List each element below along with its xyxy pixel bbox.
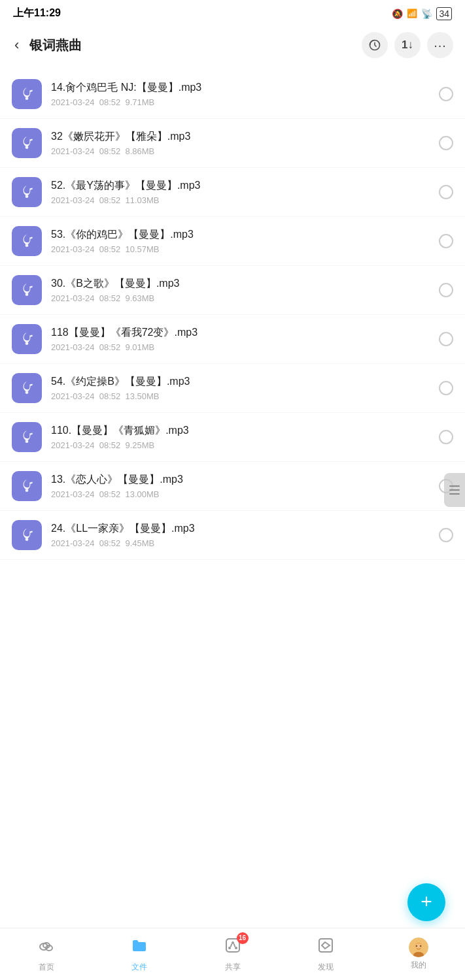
file-icon [12,79,42,109]
file-meta: 2021-03-24 08:52 10.57MB [51,244,432,254]
file-info: 24.《LL一家亲》【曼曼】.mp3 2021-03-24 08:52 9.45… [51,522,432,549]
back-button[interactable]: ‹ [12,34,22,56]
audio-file-icon [18,135,35,152]
file-name: 118【曼曼】《看我72变》.mp3 [51,326,432,340]
file-name: 30.《B之歌》【曼曼】.mp3 [51,277,432,291]
file-select-circle[interactable] [439,87,453,101]
svg-line-29 [233,943,235,947]
file-info: 14.肏个鸡巴毛 NJ:【曼曼】.mp3 2021-03-24 08:52 9.… [51,81,432,108]
file-item[interactable]: 30.《B之歌》【曼曼】.mp3 2021-03-24 08:52 9.63MB [0,266,465,315]
share-badge: 16 [237,932,249,944]
nav-item-home[interactable]: 首页 [0,936,93,973]
file-name: 13.《恋人心》【曼曼】.mp3 [51,473,432,487]
file-select-circle[interactable] [439,381,453,395]
file-icon [12,422,42,452]
svg-rect-12 [26,342,28,344]
file-info: 54.《约定操B》【曼曼】.mp3 2021-03-24 08:52 13.50… [51,375,432,402]
drag-handle[interactable] [444,473,465,507]
file-select-circle[interactable] [439,430,453,444]
file-item[interactable]: 32《嫩屄花开》【雅朵】.mp3 2021-03-24 08:52 8.86MB [0,119,465,168]
file-select-circle[interactable] [439,528,453,542]
status-bar: 上午11:29 🔕 📶 📡 34 [0,0,465,25]
file-icon [12,226,42,256]
file-name: 110.【曼曼】《青狐媚》.mp3 [51,424,432,438]
file-select-circle[interactable] [439,234,453,248]
audio-file-icon [18,331,35,348]
file-meta: 2021-03-24 08:52 13.00MB [51,489,432,499]
file-info: 118【曼曼】《看我72变》.mp3 2021-03-24 08:52 9.01… [51,326,432,353]
svg-rect-8 [26,244,28,246]
file-select-circle[interactable] [439,136,453,150]
file-meta: 2021-03-24 08:52 8.86MB [51,146,432,156]
file-icon [12,373,42,403]
svg-rect-18 [26,489,28,491]
battery-icon: 34 [436,7,452,20]
file-item[interactable]: 53.《你的鸡巴》【曼曼】.mp3 2021-03-24 08:52 10.57… [0,217,465,266]
svg-rect-19 [25,536,29,538]
history-icon [368,39,381,52]
audio-file-icon [18,86,35,103]
svg-rect-17 [25,487,29,489]
svg-point-27 [235,947,237,949]
files-icon [130,936,148,959]
sort-button[interactable]: 1↓ [394,32,421,58]
nav-label-mine: 我的 [411,960,426,971]
history-button[interactable] [362,32,388,58]
svg-rect-5 [25,193,29,195]
file-select-circle[interactable] [439,332,453,346]
file-name: 53.《你的鸡巴》【曼曼】.mp3 [51,228,432,242]
svg-rect-16 [26,440,28,442]
file-name: 52.《最Y荡的事》【曼曼】.mp3 [51,179,432,193]
audio-file-icon [18,233,35,250]
file-icon [12,177,42,207]
add-icon: + [421,892,432,911]
svg-rect-2 [26,97,28,99]
file-select-circle[interactable] [439,185,453,199]
add-fab-button[interactable]: + [407,883,445,921]
nav-label-home: 首页 [39,962,54,973]
file-item[interactable]: 118【曼曼】《看我72变》.mp3 2021-03-24 08:52 9.01… [0,315,465,364]
file-item[interactable]: 14.肏个鸡巴毛 NJ:【曼曼】.mp3 2021-03-24 08:52 9.… [0,70,465,119]
header-actions: 1↓ ··· [362,32,453,58]
file-name: 54.《约定操B》【曼曼】.mp3 [51,375,432,389]
svg-rect-9 [25,291,29,293]
file-item[interactable]: 24.《LL一家亲》【曼曼】.mp3 2021-03-24 08:52 9.45… [0,511,465,560]
status-icons: 🔕 📶 📡 34 [392,7,452,20]
file-info: 52.《最Y荡的事》【曼曼】.mp3 2021-03-24 08:52 11.0… [51,179,432,206]
bottom-nav: 首页 文件 16 共享 [0,928,465,980]
avatar [409,938,428,957]
file-info: 110.【曼曼】《青狐媚》.mp3 2021-03-24 08:52 9.25M… [51,424,432,451]
svg-rect-10 [26,293,28,295]
file-info: 13.《恋人心》【曼曼】.mp3 2021-03-24 08:52 13.00M… [51,473,432,500]
nav-label-discover: 发现 [318,962,334,973]
svg-rect-7 [25,242,29,244]
nav-item-discover[interactable]: 发现 [279,936,372,973]
file-item[interactable]: 13.《恋人心》【曼曼】.mp3 2021-03-24 08:52 13.00M… [0,462,465,511]
status-time: 上午11:29 [13,7,61,20]
file-name: 32《嫩屄花开》【雅朵】.mp3 [51,130,432,144]
file-meta: 2021-03-24 08:52 11.03MB [51,195,432,205]
drag-line-2 [449,489,460,491]
audio-file-icon [18,380,35,397]
more-button[interactable]: ··· [427,32,453,58]
file-item[interactable]: 52.《最Y荡的事》【曼曼】.mp3 2021-03-24 08:52 11.0… [0,168,465,217]
svg-rect-20 [26,538,28,540]
home-icon [37,936,56,959]
nav-item-files[interactable]: 文件 [93,936,186,973]
svg-rect-6 [26,195,28,197]
nav-item-share[interactable]: 16 共享 [186,936,279,973]
audio-file-icon [18,478,35,495]
battery-level: 34 [439,8,449,19]
drag-line-3 [449,493,460,495]
file-item[interactable]: 54.《约定操B》【曼曼】.mp3 2021-03-24 08:52 13.50… [0,364,465,413]
file-icon [12,324,42,354]
file-icon [12,471,42,501]
nav-label-files: 文件 [131,962,147,973]
file-meta: 2021-03-24 08:52 9.01MB [51,342,432,352]
mute-icon: 🔕 [392,8,403,19]
nav-item-mine[interactable]: 我的 [372,938,465,971]
svg-rect-11 [25,340,29,342]
file-select-circle[interactable] [439,283,453,297]
file-item[interactable]: 110.【曼曼】《青狐媚》.mp3 2021-03-24 08:52 9.25M… [0,413,465,462]
svg-point-26 [228,947,231,949]
